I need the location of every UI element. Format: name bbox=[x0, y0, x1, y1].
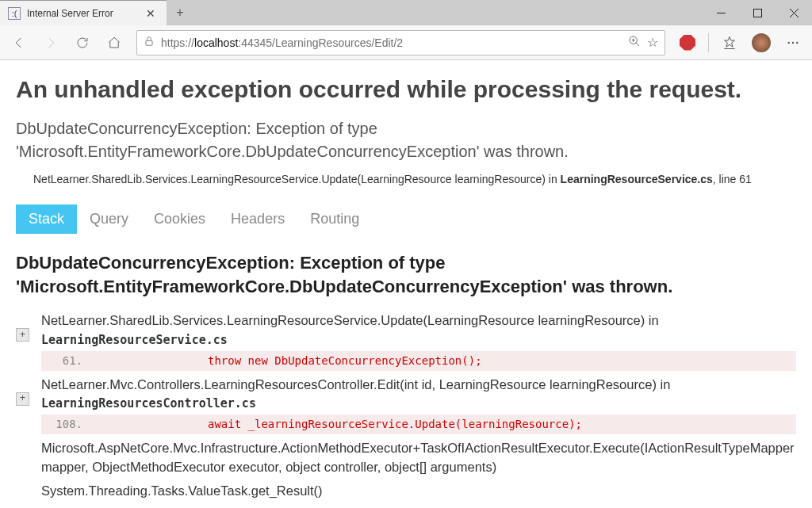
frame-codeline: 61.throw new DbUpdateConcurrencyExceptio… bbox=[41, 351, 796, 370]
tab-title: Internal Server Error bbox=[27, 8, 136, 19]
menu-button[interactable] bbox=[779, 29, 807, 57]
error-tabs: StackQueryCookiesHeadersRouting bbox=[16, 204, 796, 234]
url-text: https://localhost:44345/LearningResource… bbox=[161, 36, 622, 49]
error-subtitle: DbUpdateConcurrencyException: Exception … bbox=[16, 117, 796, 163]
forward-button[interactable] bbox=[36, 29, 65, 57]
error-location: NetLearner.SharedLib.Services.LearningRe… bbox=[16, 173, 796, 185]
avatar-icon bbox=[752, 33, 771, 52]
line-number: 61. bbox=[41, 353, 97, 369]
close-window-button[interactable] bbox=[776, 0, 812, 25]
new-tab-button[interactable]: + bbox=[167, 0, 193, 25]
maximize-button[interactable] bbox=[739, 0, 776, 25]
stack-heading: DbUpdateConcurrencyException: Exception … bbox=[16, 251, 796, 298]
stack-frame: +NetLearner.Mvc.Controllers.LearningReso… bbox=[16, 373, 796, 437]
minimize-button[interactable] bbox=[703, 0, 739, 25]
error-tab-cookies[interactable]: Cookies bbox=[141, 204, 218, 234]
stack-frame: +NetLearner.SharedLib.Services.LearningR… bbox=[16, 309, 796, 372]
browser-toolbar: https://localhost:44345/LearningResource… bbox=[0, 25, 812, 60]
frame-call: System.Threading.Tasks.ValueTask.get_Res… bbox=[41, 482, 796, 501]
back-button[interactable] bbox=[5, 29, 33, 57]
home-button[interactable] bbox=[100, 29, 128, 57]
refresh-button[interactable] bbox=[68, 29, 97, 57]
stack-frame: Microsoft.AspNetCore.Mvc.Infrastructure.… bbox=[16, 437, 796, 479]
svg-point-11 bbox=[792, 41, 794, 43]
frame-call: System.Runtime.CompilerServices.ValueTas… bbox=[41, 505, 796, 508]
zoom-icon[interactable] bbox=[628, 35, 641, 51]
stack-frame: System.Runtime.CompilerServices.ValueTas… bbox=[16, 502, 796, 508]
svg-rect-1 bbox=[753, 9, 761, 17]
line-number: 108. bbox=[41, 416, 97, 432]
browser-tab[interactable]: :( Internal Server Error ✕ bbox=[0, 0, 167, 25]
svg-line-6 bbox=[636, 43, 639, 46]
error-title: An unhandled exception occurred while pr… bbox=[16, 76, 796, 103]
window-controls bbox=[703, 0, 812, 25]
error-tab-stack[interactable]: Stack bbox=[16, 204, 77, 234]
expand-frame-button[interactable]: + bbox=[16, 392, 29, 406]
code-text: throw new DbUpdateConcurrencyException()… bbox=[97, 353, 796, 369]
stack-frame: System.Threading.Tasks.ValueTask.get_Res… bbox=[16, 479, 796, 503]
adblock-icon[interactable] bbox=[673, 29, 702, 57]
favicon-icon: :( bbox=[8, 7, 21, 20]
error-tab-routing[interactable]: Routing bbox=[297, 204, 372, 234]
expand-frame-button[interactable]: + bbox=[16, 328, 29, 342]
frame-codeline: 108.await _learningResourceService.Updat… bbox=[41, 414, 796, 434]
lock-icon bbox=[144, 36, 155, 50]
svg-point-10 bbox=[788, 41, 790, 43]
separator bbox=[708, 33, 709, 52]
frame-call: Microsoft.AspNetCore.Mvc.Infrastructure.… bbox=[41, 439, 796, 477]
profile-button[interactable] bbox=[747, 29, 776, 57]
browser-titlebar: :( Internal Server Error ✕ + bbox=[0, 0, 812, 25]
code-text: await _learningResourceService.Update(le… bbox=[97, 416, 796, 432]
frame-call: NetLearner.Mvc.Controllers.LearningResou… bbox=[41, 376, 796, 414]
frame-call: NetLearner.SharedLib.Services.LearningRe… bbox=[41, 311, 796, 349]
frame-file: LearningResourcesController.cs bbox=[41, 396, 256, 411]
error-tab-query[interactable]: Query bbox=[77, 204, 141, 234]
page-content[interactable]: An unhandled exception occurred while pr… bbox=[0, 60, 812, 508]
error-tab-headers[interactable]: Headers bbox=[218, 204, 297, 234]
frame-file: LearningResourceService.cs bbox=[41, 333, 228, 347]
favorites-button[interactable] bbox=[715, 29, 744, 57]
svg-rect-4 bbox=[146, 40, 152, 45]
address-bar[interactable]: https://localhost:44345/LearningResource… bbox=[136, 30, 665, 55]
stack-frames: +NetLearner.SharedLib.Services.LearningR… bbox=[16, 309, 796, 508]
favorite-icon[interactable]: ☆ bbox=[647, 35, 658, 50]
tab-close-button[interactable]: ✕ bbox=[143, 7, 159, 20]
svg-point-12 bbox=[796, 41, 798, 43]
